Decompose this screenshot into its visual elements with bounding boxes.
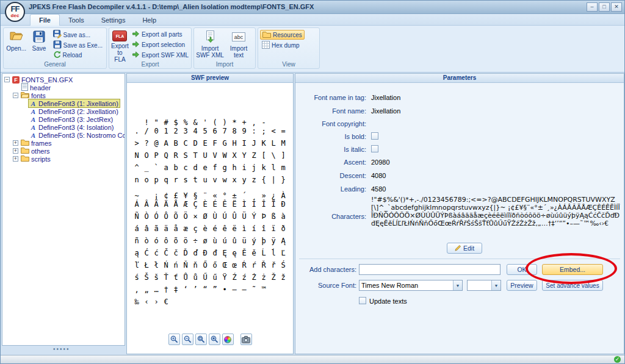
menu-tab-file[interactable]: File bbox=[30, 14, 60, 26]
glyph-cell[interactable]: m bbox=[278, 162, 288, 174]
tree-item[interactable]: header bbox=[2, 84, 125, 91]
glyph-cell[interactable]: è bbox=[200, 223, 210, 235]
glyph-cell[interactable]: p bbox=[151, 174, 161, 186]
collapse-icon[interactable]: − bbox=[4, 77, 10, 82]
glyph-cell[interactable]: 9 bbox=[239, 125, 249, 137]
minimize-button[interactable]: – bbox=[587, 2, 598, 12]
glyph-cell[interactable]: [ bbox=[259, 149, 269, 162]
glyph-cell[interactable]: … bbox=[151, 284, 161, 296]
glyph-cell[interactable]: ^ bbox=[132, 162, 142, 174]
menu-tab-settings[interactable]: Settings bbox=[93, 15, 134, 26]
glyph-cell[interactable]: Ž bbox=[269, 271, 278, 284]
glyph-cell[interactable]: Õ bbox=[171, 210, 181, 223]
glyph-cell[interactable]: ą bbox=[132, 247, 142, 259]
zoom-in-button[interactable] bbox=[168, 334, 180, 345]
glyph-cell[interactable]: æ bbox=[181, 223, 190, 235]
close-button[interactable]: ✕ bbox=[611, 2, 622, 12]
glyph-cell[interactable]: q bbox=[161, 174, 171, 186]
glyph-cell[interactable]: < bbox=[269, 125, 278, 137]
glyph-cell[interactable]: ĺ bbox=[269, 247, 278, 259]
glyph-cell[interactable]: ü bbox=[239, 235, 249, 247]
glyph-cell[interactable]: Y bbox=[239, 149, 249, 162]
glyph-cell[interactable]: f bbox=[210, 162, 220, 174]
chevron-down-icon[interactable]: ▼ bbox=[491, 280, 500, 290]
glyph-cell[interactable]: Å bbox=[171, 198, 181, 210]
glyph-cell[interactable]: Ó bbox=[151, 210, 161, 223]
glyph-cell[interactable]: b bbox=[171, 162, 181, 174]
add-characters-input[interactable] bbox=[359, 264, 500, 275]
save-as-exe-button[interactable]: Save as Exe... bbox=[51, 40, 104, 50]
glyph-cell[interactable]: ‹ bbox=[142, 296, 151, 308]
glyph-cell[interactable]: õ bbox=[171, 235, 181, 247]
glyph-cell[interactable]: Ã bbox=[151, 198, 161, 210]
glyph-cell[interactable]: I bbox=[239, 137, 249, 149]
source-font-dropdown[interactable]: Times New Roman ▼ bbox=[359, 280, 463, 291]
glyph-cell[interactable]: Ą bbox=[278, 235, 288, 247]
glyph-cell[interactable]: ò bbox=[142, 235, 151, 247]
glyph-cell[interactable]: â bbox=[142, 223, 151, 235]
glyph-cell[interactable]: F bbox=[210, 137, 220, 149]
hex-dump-toggle[interactable]: Hex dump bbox=[260, 40, 305, 50]
glyph-cell[interactable]: Ň bbox=[181, 259, 190, 271]
glyph-cell[interactable]: R bbox=[171, 149, 181, 162]
glyph-cell[interactable]: ? bbox=[142, 137, 151, 149]
glyph-cell[interactable]: Ľ bbox=[278, 247, 288, 259]
glyph-cell[interactable]: ß bbox=[269, 210, 278, 223]
glyph-cell[interactable]: ÷ bbox=[190, 235, 200, 247]
glyph-cell[interactable]: ý bbox=[249, 235, 259, 247]
glyph-cell[interactable]: u bbox=[200, 174, 210, 186]
glyph-cell[interactable]: 8 bbox=[229, 125, 239, 137]
glyph-cell[interactable]: K bbox=[259, 137, 269, 149]
glyph-cell[interactable]: Ĺ bbox=[259, 247, 269, 259]
glyph-cell[interactable]: | bbox=[269, 174, 278, 186]
glyph-cell[interactable]: = bbox=[278, 125, 288, 137]
glyph-cell[interactable]: Ť bbox=[161, 271, 171, 284]
glyph-cell[interactable]: Æ bbox=[181, 198, 190, 210]
snapshot-button[interactable] bbox=[240, 334, 252, 345]
glyph-cell[interactable]: Ę bbox=[220, 247, 229, 259]
glyph-cell[interactable]: ö bbox=[181, 235, 190, 247]
glyph-cell[interactable]: ‚ bbox=[132, 284, 142, 296]
glyph-cell[interactable]: ë bbox=[229, 223, 239, 235]
glyph-cell[interactable]: S bbox=[181, 149, 190, 162]
glyph-cell[interactable]: ů bbox=[190, 271, 200, 284]
glyph-cell[interactable]: 4 bbox=[190, 125, 200, 137]
glyph-cell[interactable]: Œ bbox=[220, 259, 229, 271]
glyph-cell[interactable]: Ê bbox=[220, 198, 229, 210]
glyph-cell[interactable]: t bbox=[190, 174, 200, 186]
glyph-cell[interactable]: ä bbox=[161, 223, 171, 235]
glyph-cell[interactable]: — bbox=[239, 284, 249, 296]
glyph-cell[interactable]: n bbox=[132, 174, 142, 186]
color-picker-button[interactable] bbox=[222, 334, 234, 345]
glyph-cell[interactable]: v bbox=[210, 174, 220, 186]
glyph-cell[interactable]: } bbox=[278, 174, 288, 186]
glyph-cell[interactable]: Ì bbox=[239, 198, 249, 210]
glyph-cell[interactable]: G bbox=[220, 137, 229, 149]
glyph-cell[interactable]: Ř bbox=[259, 259, 269, 271]
ok-button[interactable]: OK bbox=[507, 264, 537, 275]
glyph-cell[interactable]: à bbox=[278, 210, 288, 223]
glyph-cell[interactable]: ã bbox=[151, 223, 161, 235]
glyph-cell[interactable]: Z bbox=[249, 149, 259, 162]
glyph-cell[interactable]: ô bbox=[161, 235, 171, 247]
glyph-cell[interactable]: ó bbox=[151, 235, 161, 247]
glyph-cell[interactable]: Ů bbox=[181, 271, 190, 284]
import-swf-xml-button[interactable]: Import SWF XML bbox=[196, 29, 224, 60]
zoom-fit-button[interactable] bbox=[195, 334, 207, 345]
glyph-cell[interactable]: ł bbox=[151, 259, 161, 271]
export-all-parts-button[interactable]: Export all parts bbox=[130, 30, 190, 40]
glyph-cell[interactable]: N bbox=[132, 149, 142, 162]
glyph-cell[interactable]: y bbox=[239, 174, 249, 186]
glyph-cell[interactable]: Ô bbox=[161, 210, 171, 223]
glyph-cell[interactable]: Ŕ bbox=[239, 259, 249, 271]
is-italic-checkbox[interactable] bbox=[371, 145, 378, 152]
glyph-cell[interactable]: e bbox=[200, 162, 210, 174]
glyph-cell[interactable]: î bbox=[259, 223, 269, 235]
glyph-cell[interactable]: 0 bbox=[151, 125, 161, 137]
glyph-cell[interactable]: J bbox=[249, 137, 259, 149]
resources-toggle[interactable]: Resources bbox=[260, 30, 305, 40]
export-swf-xml-button[interactable]: Export SWF XML bbox=[130, 50, 190, 60]
set-advance-values-button[interactable]: Set advance values bbox=[542, 280, 603, 291]
glyph-cell[interactable]: Š bbox=[142, 271, 151, 284]
glyph-cell[interactable]: Á bbox=[132, 198, 142, 210]
